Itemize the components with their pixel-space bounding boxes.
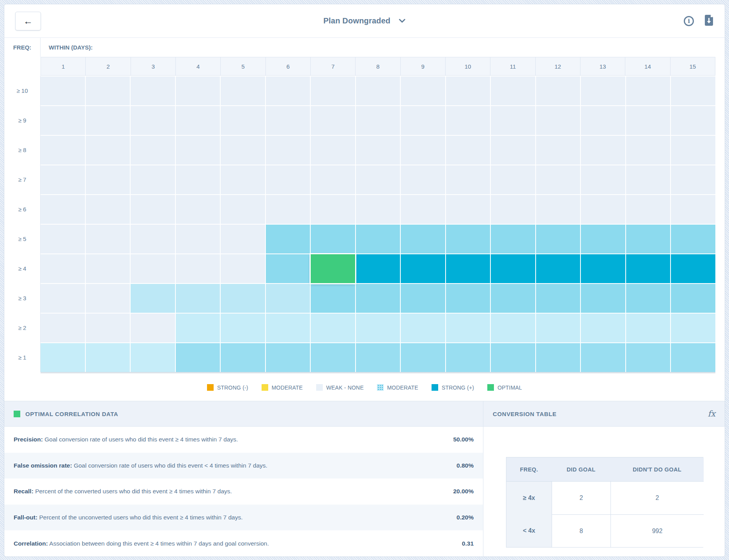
heatmap-cell[interactable] — [491, 343, 535, 372]
heatmap-cell[interactable] — [131, 195, 175, 224]
heatmap-cell[interactable] — [41, 165, 85, 194]
heatmap-cell[interactable] — [221, 136, 265, 165]
heatmap-cell[interactable] — [491, 225, 535, 253]
heatmap-cell[interactable] — [311, 343, 355, 372]
heatmap-cell[interactable] — [356, 106, 400, 135]
heatmap-cell[interactable] — [221, 106, 265, 135]
heatmap-cell[interactable] — [536, 225, 580, 253]
heatmap-cell[interactable] — [491, 106, 535, 135]
heatmap-cell[interactable] — [581, 106, 625, 135]
heatmap-cell[interactable] — [41, 136, 85, 165]
heatmap-cell[interactable] — [446, 165, 490, 194]
heatmap-cell[interactable] — [221, 284, 265, 313]
heatmap-cell[interactable] — [86, 343, 130, 372]
heatmap-cell[interactable] — [401, 284, 445, 313]
heatmap-cell[interactable] — [221, 165, 265, 194]
heatmap-cell[interactable] — [131, 165, 175, 194]
heatmap-cell[interactable] — [401, 225, 445, 253]
heatmap-cell[interactable] — [131, 343, 175, 372]
heatmap-cell[interactable] — [176, 284, 220, 313]
heatmap-cell[interactable] — [311, 165, 355, 194]
heatmap-cell[interactable] — [356, 343, 400, 372]
heatmap-cell[interactable] — [266, 225, 310, 253]
heatmap-cell[interactable] — [581, 195, 625, 224]
heatmap-cell[interactable] — [221, 254, 265, 283]
heatmap-cell[interactable] — [671, 225, 715, 253]
heatmap-cell[interactable] — [86, 165, 130, 194]
heatmap-cell[interactable] — [536, 254, 580, 283]
heatmap-cell[interactable] — [356, 284, 400, 313]
heatmap-cell[interactable] — [446, 314, 490, 342]
heatmap-cell[interactable] — [536, 195, 580, 224]
heatmap-cell[interactable] — [671, 195, 715, 224]
heatmap-cell[interactable] — [176, 76, 220, 105]
heatmap-cell[interactable] — [131, 76, 175, 105]
heatmap-cell[interactable] — [356, 165, 400, 194]
heatmap-cell[interactable] — [626, 254, 671, 283]
chevron-down-icon[interactable] — [399, 19, 405, 23]
heatmap-cell[interactable] — [86, 225, 130, 253]
heatmap-cell[interactable] — [401, 136, 445, 165]
heatmap-cell[interactable] — [266, 106, 310, 135]
heatmap-cell[interactable] — [176, 254, 220, 283]
heatmap-cell[interactable] — [86, 254, 130, 283]
heatmap-cell[interactable] — [401, 343, 445, 372]
heatmap-cell[interactable] — [311, 314, 355, 342]
heatmap-cell[interactable] — [536, 76, 580, 105]
heatmap-cell[interactable] — [356, 225, 400, 253]
heatmap-cell[interactable] — [131, 136, 175, 165]
heatmap-cell[interactable] — [86, 314, 130, 342]
heatmap-cell[interactable] — [671, 314, 715, 342]
heatmap-cell[interactable] — [491, 136, 535, 165]
heatmap-cell[interactable] — [311, 225, 355, 253]
heatmap-cell[interactable] — [311, 284, 355, 313]
heatmap-cell[interactable] — [86, 76, 130, 105]
heatmap-cell[interactable] — [581, 284, 625, 313]
heatmap-cell[interactable] — [581, 314, 625, 342]
heatmap-cell[interactable] — [176, 314, 220, 342]
heatmap-cell[interactable] — [401, 195, 445, 224]
heatmap-cell[interactable] — [41, 314, 85, 342]
heatmap-cell[interactable] — [446, 225, 490, 253]
heatmap-cell[interactable] — [581, 343, 625, 372]
heatmap-cell[interactable] — [536, 106, 580, 135]
heatmap-cell[interactable] — [671, 136, 715, 165]
heatmap-cell[interactable] — [176, 136, 220, 165]
heatmap-cell[interactable] — [176, 106, 220, 135]
formula-fx-icon[interactable]: fx — [708, 409, 715, 418]
heatmap-cell[interactable] — [401, 254, 445, 283]
heatmap-cell[interactable] — [446, 284, 490, 313]
heatmap-cell[interactable] — [626, 284, 671, 313]
heatmap-cell[interactable] — [401, 165, 445, 194]
heatmap-cell[interactable] — [671, 165, 715, 194]
heatmap-cell[interactable] — [176, 225, 220, 253]
heatmap-cell[interactable] — [626, 225, 671, 253]
heatmap-cell[interactable] — [356, 195, 400, 224]
heatmap-cell[interactable] — [401, 314, 445, 342]
heatmap-cell[interactable] — [41, 284, 85, 313]
back-button[interactable]: ← — [15, 12, 41, 30]
heatmap-cell[interactable] — [626, 76, 671, 105]
heatmap-cell[interactable] — [221, 314, 265, 342]
heatmap-cell[interactable] — [221, 343, 265, 372]
heatmap-cell[interactable] — [176, 165, 220, 194]
heatmap-cell[interactable] — [221, 225, 265, 253]
heatmap-cell[interactable] — [581, 76, 625, 105]
heatmap-cell[interactable] — [536, 165, 580, 194]
heatmap-cell[interactable] — [626, 136, 671, 165]
heatmap-cell[interactable] — [86, 136, 130, 165]
heatmap-cell[interactable] — [356, 136, 400, 165]
heatmap-cell[interactable] — [446, 195, 490, 224]
heatmap-cell[interactable] — [446, 136, 490, 165]
download-icon[interactable] — [704, 14, 714, 28]
heatmap-cell[interactable] — [131, 314, 175, 342]
heatmap-cell[interactable] — [671, 343, 715, 372]
heatmap-cell[interactable] — [356, 254, 400, 283]
heatmap-cell[interactable] — [356, 314, 400, 342]
heatmap-cell[interactable] — [536, 136, 580, 165]
heatmap-cell[interactable] — [581, 225, 625, 253]
heatmap-cell[interactable] — [131, 106, 175, 135]
heatmap-cell[interactable] — [41, 195, 85, 224]
heatmap-cell[interactable] — [491, 76, 535, 105]
heatmap-cell[interactable] — [266, 284, 310, 313]
